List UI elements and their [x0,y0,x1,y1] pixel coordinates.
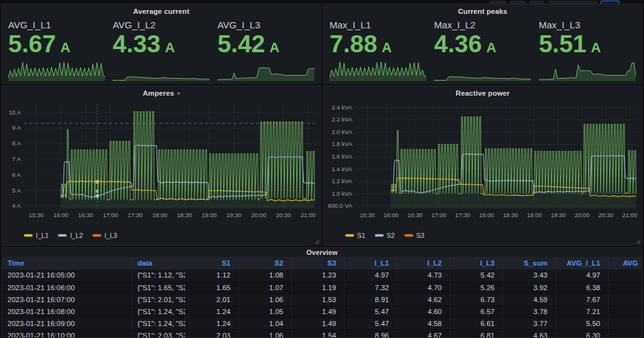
legend-swatch [24,234,33,237]
sparkline [218,58,314,81]
table-cell: 6.73 [450,293,502,305]
panel-average-current: Average current AVG_I_L1 5.67A AVG_I_L2 … [2,4,321,84]
svg-text:17:00: 17:00 [103,211,118,218]
table-cell: 1.08 [238,269,291,281]
legend-item-s3[interactable]: S3 [404,232,425,239]
amperes-legend: I_L1I_L2I_L3 [3,230,320,241]
column-header-data[interactable]: data [132,257,185,269]
svg-text:19:00: 19:00 [527,211,542,218]
panel-resize-handle[interactable] [636,239,640,244]
column-header-i_l2[interactable]: I_L2 [397,257,450,269]
table-cell: {"S1": 2.01, "S2": 1.0… [132,293,185,305]
panel-title-text: Reactive power [456,89,510,97]
table-cell: 1.24 [185,305,238,317]
legend-item-i_l3[interactable]: I_L3 [92,232,117,239]
stat-label: Max_I_L3 [539,20,636,30]
svg-text:6 A: 6 A [12,171,21,178]
table-cell: {"S1": 1.24, "S2": 1.0… [132,305,185,317]
column-header-i_l3[interactable]: I_L3 [450,257,502,269]
table-cell: 4.97 [555,269,608,281]
table-cell: 4.70 [397,281,450,293]
svg-text:16:00: 16:00 [384,211,399,218]
table-cell: 6.81 [450,329,502,338]
sparkline [539,58,636,81]
table-cell: 4.58 [397,317,450,329]
table-cell: 1.54 [291,329,344,338]
column-header-avg[interactable]: AVG [608,257,642,269]
table-cell: 4.62 [397,293,450,305]
table-cell: 3.43 [502,269,555,281]
table-cell: 6.30 [555,329,608,338]
table-row: 2023-01-21 16:05:00{"S1": 1.12, "S2": 1.… [3,269,642,281]
overview-table: TimedataS1S2S3I_L1I_L2I_L3S_sumAVG_I_L1A… [3,257,642,338]
amperes-chart[interactable]: 4 A5 A6 A7 A8 A9 A10 A15:3016:0016:3017:… [3,100,320,230]
table-cell: 5.50 [555,317,608,329]
panel-title[interactable]: Amperes ▾ [3,86,320,100]
column-header-time[interactable]: Time [3,257,132,269]
table-row: 2023-01-21 16:08:00{"S1": 1.24, "S2": 1.… [3,305,642,317]
svg-text:18:30: 18:30 [177,211,192,218]
panel-title[interactable]: Overview [3,248,641,257]
table-cell: 4.97 [344,269,397,281]
legend-swatch [345,234,354,237]
stat-max-i-l3: Max_I_L3 5.51A [539,20,636,81]
table-cell: 2023-01-21 16:07:00 [3,293,132,305]
legend-swatch [92,234,101,237]
legend-item-i_l1[interactable]: I_L1 [24,232,48,239]
table-cell: 2023-01-21 16:10:00 [3,329,132,338]
column-header-s_sum[interactable]: S_sum [502,257,555,269]
svg-text:4 A: 4 A [12,202,21,209]
svg-text:1.8 kVA: 1.8 kVA [331,140,352,147]
svg-text:800.0 VA: 800.0 VA [328,202,353,209]
svg-text:2.0 kVA: 2.0 kVA [331,128,352,135]
table-cell [608,269,642,281]
column-header-s2[interactable]: S2 [238,257,291,269]
stat-label: AVG_I_L2 [113,20,209,30]
table-cell: 4.60 [397,305,450,317]
table-cell: 3.77 [502,317,555,329]
svg-text:20:00: 20:00 [575,211,590,218]
svg-text:18:00: 18:00 [152,211,167,218]
legend-item-i_l2[interactable]: I_L2 [58,232,82,239]
table-cell: 2023-01-21 16:08:00 [3,305,132,317]
panel-title[interactable]: Average current [3,4,320,18]
svg-text:16:30: 16:30 [408,211,423,218]
table-cell: 4.59 [502,293,555,305]
svg-text:15:30: 15:30 [360,211,375,218]
table-cell: 1.53 [291,293,344,305]
panel-title[interactable]: Current peaks [324,4,641,18]
column-header-avg_i_l1[interactable]: AVG_I_L1 [555,257,608,269]
table-cell: 6.38 [555,281,608,293]
svg-text:1.4 kVA: 1.4 kVA [331,166,352,172]
svg-text:21:00: 21:00 [622,211,637,218]
svg-text:1.6 kVA: 1.6 kVA [331,153,352,160]
table-cell: 1.24 [185,317,238,329]
table-cell [608,305,642,317]
top-toolbar [0,0,644,3]
legend-item-s2[interactable]: S2 [375,232,395,239]
table-cell: 2023-01-21 16:09:00 [3,317,132,329]
svg-text:19:30: 19:30 [226,211,242,218]
reactive-power-chart[interactable]: 800.0 VA1.0 kVA1.2 kVA1.4 kVA1.6 kVA1.8 … [324,100,641,230]
stat-label: Max_I_L1 [330,20,426,30]
stat-value: 4.36 [434,31,482,57]
panel-reactive-power: Reactive power 800.0 VA1.0 kVA1.2 kVA1.4… [323,86,642,245]
table-cell: 5.47 [344,305,397,317]
legend-item-s1[interactable]: S1 [345,232,365,239]
legend-swatch [404,234,413,237]
chevron-down-icon[interactable]: ▾ [177,91,180,96]
table-row: 2023-01-21 16:09:00{"S1": 1.24, "S2": 1.… [3,317,642,329]
table-cell: {"S1": 2.03, "S2": 1.0… [132,329,185,338]
table-cell: 1.06 [238,293,291,305]
table-cell [608,293,642,305]
stat-unit: A [270,40,280,56]
column-header-i_l1[interactable]: I_L1 [344,257,397,269]
panel-resize-handle[interactable] [314,239,319,244]
stats-row: Max_I_L1 7.88A Max_I_L2 4.36A Max_I_L3 5… [324,18,641,81]
panel-title[interactable]: Reactive power [324,86,641,100]
column-header-s3[interactable]: S3 [291,257,344,269]
stat-label: Max_I_L2 [434,20,531,30]
table-cell [608,317,642,329]
column-header-s1[interactable]: S1 [185,257,238,269]
table-cell: {"S1": 1.12, "S2": 1.0… [132,269,185,281]
